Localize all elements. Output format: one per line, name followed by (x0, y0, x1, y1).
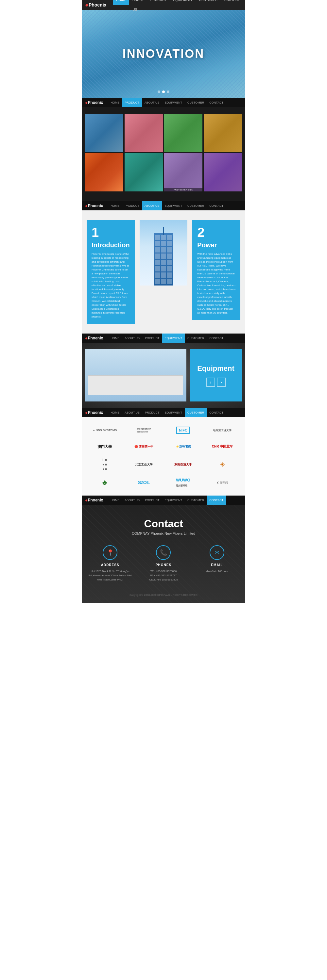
hero-dot-1[interactable] (158, 91, 160, 93)
customer-logo-szoil: SZOIL (126, 476, 162, 489)
cont-logo-text: Phoenix (88, 498, 103, 503)
product-nav-product[interactable]: PRODUCT (122, 98, 142, 107)
cust-nav-customer[interactable]: CUSTOMER (185, 408, 207, 417)
cont-nav-home[interactable]: HOME (108, 496, 122, 505)
cust-nav-contact[interactable]: CONTACT (207, 408, 226, 417)
about-nav-product[interactable]: PRODUCT (122, 201, 142, 210)
nav-product[interactable]: PRODUCT (147, 0, 170, 5)
product-item-8[interactable] (204, 153, 242, 191)
equipment-next-button[interactable]: › (217, 378, 226, 387)
logo-text: Phoenix (89, 2, 106, 8)
product-item-7[interactable]: POLYESTER SILK (164, 153, 203, 191)
intro-number: 1 (92, 225, 130, 240)
nav-logo[interactable]: ● Phoenix (85, 2, 106, 8)
power-title: Power (197, 242, 235, 249)
product-nav-logo[interactable]: ● Phoenix (85, 100, 103, 105)
product-nav-about[interactable]: ABOUT US (142, 98, 162, 107)
email-icon: ✉ (210, 545, 224, 560)
product-nav-equipment[interactable]: EQUIPMENT (162, 98, 185, 107)
phone-icon: 📞 (156, 545, 171, 560)
product-item-3[interactable] (164, 114, 203, 152)
product-item-1[interactable] (85, 114, 123, 152)
about-nav-contact[interactable]: CONTACT (207, 201, 226, 210)
product-item-6[interactable] (124, 153, 163, 191)
phone-label: PHONES (156, 563, 171, 567)
contact-nav: ● Phoenix HOME ABOUT US PRODUCT EQUIPMEN… (82, 496, 245, 505)
about-card-intro: 1 Introduction Phoenix Chemicals is one … (87, 220, 135, 324)
equip-nav-equipment[interactable]: EQUIPMENT (162, 334, 185, 343)
cust-nav-equipment[interactable]: EQUIPMENT (162, 408, 185, 417)
about-nav: ● Phoenix HOME PRODUCT ABOUT US EQUIPMEN… (82, 201, 245, 210)
customer-logo-macau: 澳門大學 (87, 440, 123, 453)
customer-content: ▲ 3DS SYSTEMS stehBichlersteinBichler NI… (82, 417, 245, 496)
cust-nav-product[interactable]: PRODUCT (142, 408, 162, 417)
about-nav-equipment[interactable]: EQUIPMENT (162, 201, 185, 210)
customer-nav: ● Phoenix HOME ABOUT US PRODUCT EQUIPMEN… (82, 408, 245, 417)
cont-nav-equipment[interactable]: EQUIPMENT (162, 496, 185, 505)
contact-content: Contact COMPNAY:Phoenix New Fibers Limit… (82, 505, 245, 603)
nav-customer[interactable]: CUSTOMER (196, 0, 221, 5)
lab-table (88, 375, 183, 395)
hero-dot-3[interactable] (167, 91, 169, 93)
about-nav-about[interactable]: ABOUT US (142, 201, 162, 210)
contact-phone-card: 📞 PHONES TEL:+86-592-5320886FAX:+86-592-… (140, 545, 187, 582)
cont-nav-product[interactable]: PRODUCT (142, 496, 162, 505)
product-nav: ● Phoenix HOME PRODUCT ABOUT US EQUIPMEN… (82, 98, 245, 107)
cust-nav-logo[interactable]: ● Phoenix (85, 410, 103, 415)
customer-logo-social: f■ ●■ ●■ (87, 457, 123, 473)
cont-nav-customer[interactable]: CUSTOMER (185, 496, 207, 505)
cont-nav-logo[interactable]: ● Phoenix (85, 498, 103, 503)
email-text: zhwi@vip.163.com (206, 570, 228, 574)
contact-footer: Copyright © 2008-2020 KINGFA ALL RIGHTS … (87, 590, 240, 597)
customer-logo-xinche: ❰ 新车间 (204, 476, 240, 489)
contact-grid: 📍 ADDRESS Unit1023,Block D No.97 Xiang'y… (87, 545, 240, 582)
building (154, 233, 173, 285)
cont-nav-contact[interactable]: CONTACT (207, 496, 226, 505)
equip-nav-logo[interactable]: ● Phoenix (85, 336, 103, 341)
equipment-image (85, 349, 187, 401)
equipment-info-box: Equipment ‹ › (190, 349, 242, 401)
product-item-2[interactable] (124, 114, 163, 152)
equipment-content: Equipment ‹ › (82, 343, 245, 408)
about-logo-dot: ● (85, 203, 88, 208)
product-nav-contact[interactable]: CONTACT (207, 98, 226, 107)
power-body: With the most advanced 1981 and Samsung … (197, 252, 235, 315)
customer-logo-grid: ▲ 3DS SYSTEMS stehBichlersteinBichler NI… (87, 424, 240, 489)
contact-section-wrapper: ● Phoenix HOME ABOUT US PRODUCT EQUIPMEN… (82, 496, 245, 603)
building-windows (155, 235, 172, 284)
cont-logo-dot: ● (85, 498, 88, 503)
contact-email-card: ✉ EMAIL zhwi@vip.163.com (194, 545, 240, 582)
logo-dot: ● (85, 2, 89, 8)
hero-section: ● Phoenix HOME ABOUT US PRODUCT EQUIPMEN… (82, 0, 245, 98)
equip-nav-customer[interactable]: CUSTOMER (185, 334, 207, 343)
about-nav-home[interactable]: HOME (108, 201, 122, 210)
customer-logo-zhengguan: ⚡正乾電氣 (165, 440, 201, 453)
equipment-inner: Equipment ‹ › (82, 343, 245, 408)
equip-nav-home[interactable]: HOME (108, 334, 122, 343)
product-item-5[interactable] (85, 153, 123, 191)
phone-text: TEL:+86-592-5320886FAX:+86-592-5321717CE… (149, 570, 177, 582)
customer-logo-stehlen: stehBichlersteinBichler (126, 424, 162, 437)
cust-nav-home[interactable]: HOME (108, 408, 122, 417)
cont-nav-about[interactable]: ABOUT US (122, 496, 142, 505)
hero-dots (158, 91, 169, 93)
product-nav-customer[interactable]: CUSTOMER (185, 98, 207, 107)
equipment-prev-button[interactable]: ‹ (206, 378, 215, 387)
equip-nav-contact[interactable]: CONTACT (207, 334, 226, 343)
hero-dot-2[interactable] (162, 91, 165, 93)
nav-about[interactable]: ABOUT US (129, 0, 147, 15)
about-card-power: 2 Power With the most advanced 1981 and … (192, 220, 240, 320)
nav-equipment[interactable]: EQUIPMENT (170, 0, 196, 5)
power-number: 2 (197, 225, 235, 240)
equip-nav-product[interactable]: PRODUCT (142, 334, 162, 343)
cust-nav-about[interactable]: ABOUT US (122, 408, 142, 417)
customer-logo-bnu: 北京工业大学 (126, 458, 162, 471)
equip-nav-about[interactable]: ABOUT US (122, 334, 142, 343)
nav-home[interactable]: HOME (113, 0, 129, 5)
product-item-4[interactable] (204, 114, 242, 152)
main-nav: ● Phoenix HOME ABOUT US PRODUCT EQUIPMEN… (82, 0, 245, 10)
product-nav-home[interactable]: HOME (108, 98, 122, 107)
about-nav-logo[interactable]: ● Phoenix (85, 203, 103, 208)
nav-contact[interactable]: CONTACT (221, 0, 243, 5)
about-nav-customer[interactable]: CUSTOMER (185, 201, 207, 210)
